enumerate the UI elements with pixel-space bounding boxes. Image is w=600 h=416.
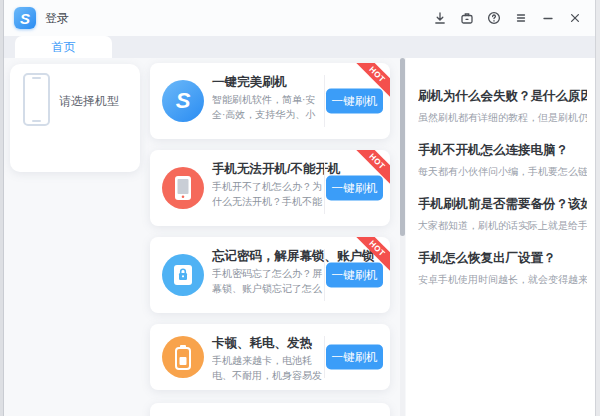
divider [324, 249, 325, 301]
cards-scrollbar-thumb[interactable] [400, 58, 405, 236]
menu-icon[interactable] [511, 8, 531, 28]
card-title: 一键完美刷机 [212, 74, 287, 91]
qa-question: 手机怎么恢复出厂设置？ [418, 250, 587, 267]
s-logo-icon: S [162, 80, 204, 122]
card-desc: 手机密码忘了怎么办？屏幕锁、账户锁忘记了怎么解？只需两步就... [212, 266, 324, 298]
phone-outline-icon [23, 73, 50, 126]
login-link[interactable]: 登录 [45, 10, 69, 27]
qa-item-flash-fail[interactable]: 刷机为什么会失败？是什么原因？ 虽然刷机都有详细的教程，但是刷机仍有... [418, 88, 587, 125]
qa-answer: 安卓手机使用时间越长，就会变得越来越... [418, 273, 587, 287]
window-controls [430, 8, 585, 28]
tab-bar: 首页 [4, 36, 595, 58]
device-select-label: 请选择机型 [59, 93, 119, 110]
card-title: 卡顿、耗电、发热 [212, 335, 312, 352]
qa-answer: 虽然刷机都有详细的教程，但是刷机仍有... [418, 111, 587, 125]
qa-panel: 刷机为什么会失败？是什么原因？ 虽然刷机都有详细的教程，但是刷机仍有... 手机… [406, 58, 595, 416]
one-click-flash-button[interactable]: 一键刷机 [326, 176, 383, 201]
background-window-edge-left [0, 0, 4, 416]
app-logo-letter: S [20, 10, 30, 27]
card-partial[interactable] [150, 403, 390, 416]
card-desc: 智能刷机软件，简单·安全·高效，支持华为、小米、vivo、三星、乐... [212, 92, 324, 124]
app-logo: S [14, 7, 36, 29]
qa-question: 手机不开机怎么连接电脑？ [418, 142, 587, 159]
battery-icon [162, 336, 204, 378]
qa-item-connect-pc[interactable]: 手机不开机怎么连接电脑？ 每天都有小伙伴问小编，手机要怎么链接... [418, 142, 587, 179]
device-select-panel[interactable]: 请选择机型 [10, 64, 140, 172]
minimize-icon[interactable] [538, 8, 558, 28]
background-window-edge-right [595, 0, 600, 416]
divider [324, 75, 325, 127]
help-icon[interactable] [484, 8, 504, 28]
card-perfect-flash[interactable]: S 一键完美刷机 智能刷机软件，简单·安全·高效，支持华为、小米、vivo、三星… [150, 63, 390, 139]
qa-answer: 大家都知道，刷机的话实际上就是给手机... [418, 219, 587, 233]
cards-scrollbar [400, 58, 405, 416]
divider [324, 162, 325, 214]
one-click-flash-button[interactable]: 一键刷机 [326, 89, 383, 114]
toolbox-icon[interactable] [457, 8, 477, 28]
card-desc: 手机越来越卡，电池耗电、不耐用，机身容易发烫，赶紧试试这... [212, 353, 324, 385]
download-icon[interactable] [430, 8, 450, 28]
phone-lock-icon [162, 254, 204, 296]
tab-home[interactable]: 首页 [15, 36, 112, 58]
titlebar: S 登录 [4, 0, 595, 36]
card-lag-battery-heat[interactable]: 卡顿、耗电、发热 手机越来越卡，电池耗电、不耐用，机身容易发烫，赶紧试试这...… [150, 324, 390, 390]
card-wont-boot[interactable]: 手机无法开机/不能开机 手机开不了机怎么办？为什么无法开机？手机不能开机的原因及… [150, 150, 390, 226]
one-click-flash-button[interactable]: 一键刷机 [326, 263, 383, 288]
qa-question: 刷机为什么会失败？是什么原因？ [418, 88, 587, 105]
close-icon[interactable] [565, 8, 585, 28]
content-area: 请选择机型 S 一键完美刷机 智能刷机软件，简单·安全·高效，支持华为、小米、v… [4, 58, 595, 416]
one-click-flash-button[interactable]: 一键刷机 [326, 345, 383, 370]
qa-question: 手机刷机前是否需要备份？该如何备... [418, 196, 587, 213]
card-desc: 手机开不了机怎么办？为什么无法开机？手机不能开机的原因及解... [212, 179, 324, 211]
card-forgot-password[interactable]: 忘记密码，解屏幕锁、账户锁 手机密码忘了怎么办？屏幕锁、账户锁忘记了怎么解？只需… [150, 237, 390, 313]
tab-home-label: 首页 [52, 39, 76, 56]
qa-item-backup[interactable]: 手机刷机前是否需要备份？该如何备... 大家都知道，刷机的话实际上就是给手机..… [418, 196, 587, 233]
divider [324, 336, 325, 378]
qa-item-factory-reset[interactable]: 手机怎么恢复出厂设置？ 安卓手机使用时间越长，就会变得越来越... [418, 250, 587, 287]
phone-icon [162, 167, 204, 209]
qa-answer: 每天都有小伙伴问小编，手机要怎么链接... [418, 165, 587, 179]
card-title: 手机无法开机/不能开机 [212, 161, 340, 178]
